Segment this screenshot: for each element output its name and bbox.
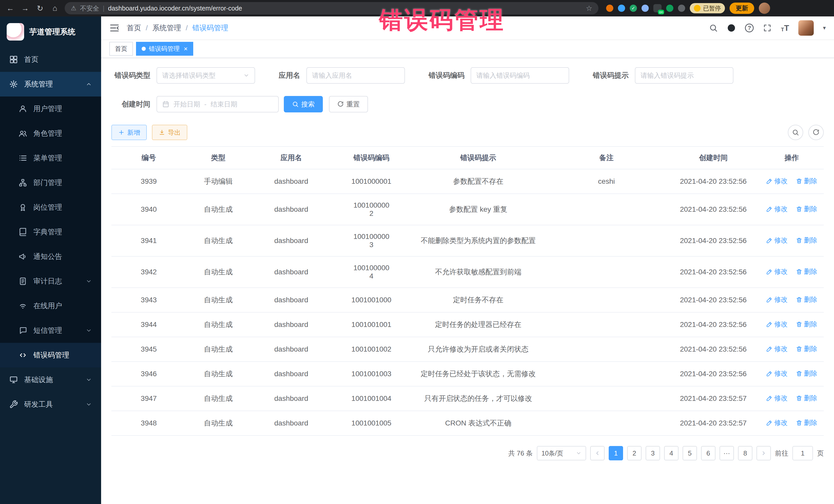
search-icon: [792, 129, 799, 136]
user-avatar[interactable]: [798, 20, 814, 36]
bookmark-star-icon[interactable]: ☆: [586, 4, 592, 13]
more-pages-button[interactable]: ···: [720, 446, 734, 460]
error-hint-input[interactable]: [635, 67, 733, 84]
sidebar-item-infrastructure[interactable]: 基础设施: [0, 368, 101, 392]
sidebar-item-dev-tools[interactable]: 研发工具: [0, 392, 101, 417]
delete-link[interactable]: 删除: [796, 320, 817, 329]
sidebar-item-error-code-mgmt[interactable]: 错误码管理: [0, 343, 101, 368]
sidebar-item-sms-mgmt[interactable]: 短信管理: [0, 318, 101, 343]
sidebar-item-dept-mgmt[interactable]: 部门管理: [0, 170, 101, 195]
breadcrumb-home[interactable]: 首页: [127, 23, 141, 33]
page-content: 错误码类型 请选择错误码类型 应用名 错误码编码 错误码提示: [101, 58, 834, 504]
extension-icon[interactable]: [641, 5, 649, 12]
sidebar-item-user-mgmt[interactable]: 用户管理: [0, 96, 101, 121]
font-size-icon[interactable]: TT: [781, 24, 789, 32]
page-button[interactable]: 1: [609, 446, 623, 460]
puzzle-extension-icon[interactable]: [678, 5, 685, 12]
close-tab-icon[interactable]: ×: [184, 45, 188, 53]
edit-link[interactable]: 修改: [766, 418, 788, 427]
extension-icon[interactable]: on: [653, 4, 662, 12]
delete-link[interactable]: 删除: [796, 394, 817, 403]
address-bar[interactable]: ⚠ 不安全 | dashboard.yudao.iocoder.cn/syste…: [65, 2, 598, 14]
browser-home-icon[interactable]: ⌂: [50, 4, 60, 13]
extension-icon[interactable]: [618, 5, 625, 12]
delete-link[interactable]: 删除: [796, 418, 817, 427]
browser-profile-avatar[interactable]: [759, 3, 770, 14]
app-logo[interactable]: 芋道管理系统: [0, 17, 101, 47]
sidebar-item-dict-mgmt[interactable]: 字典管理: [0, 220, 101, 244]
table-row: 3948 自动生成 dashboard 1001001005 CRON 表达式不…: [111, 411, 824, 436]
error-type-select[interactable]: 请选择错误码类型: [156, 67, 255, 84]
edit-link[interactable]: 修改: [766, 394, 788, 403]
caret-down-icon[interactable]: ▾: [823, 25, 826, 31]
breadcrumb-system[interactable]: 系统管理: [152, 23, 181, 33]
tab-error-code[interactable]: 错误码管理 ×: [136, 42, 193, 56]
fullscreen-icon[interactable]: [763, 24, 772, 32]
sidebar-item-label: 通知公告: [34, 252, 62, 262]
search-icon[interactable]: [709, 24, 718, 32]
sidebar-item-online-users[interactable]: 在线用户: [0, 293, 101, 318]
edit-link[interactable]: 修改: [766, 320, 788, 329]
toggle-search-button[interactable]: [788, 125, 803, 140]
help-icon[interactable]: ?: [745, 24, 754, 32]
refresh-table-button[interactable]: [808, 125, 824, 140]
github-icon[interactable]: [727, 24, 736, 32]
sidebar-item-post-mgmt[interactable]: 岗位管理: [0, 195, 101, 220]
edit-link[interactable]: 修改: [766, 204, 788, 214]
sidebar-item-menu-mgmt[interactable]: 菜单管理: [0, 146, 101, 170]
delete-link[interactable]: 删除: [796, 236, 817, 245]
page-button[interactable]: 2: [627, 446, 641, 460]
paused-badge[interactable]: 已暂停: [690, 3, 725, 13]
edit-link[interactable]: 修改: [766, 267, 788, 276]
delete-link[interactable]: 删除: [796, 295, 817, 304]
extension-icon[interactable]: [666, 5, 673, 12]
sidebar-item-notice-mgmt[interactable]: 通知公告: [0, 244, 101, 269]
breadcrumb-current: 错误码管理: [193, 23, 228, 33]
edit-link[interactable]: 修改: [766, 295, 788, 304]
extension-icon[interactable]: [606, 5, 613, 12]
delete-link[interactable]: 删除: [796, 267, 817, 276]
tab-home[interactable]: 首页: [109, 42, 133, 56]
app-name-input[interactable]: [306, 67, 405, 84]
delete-link[interactable]: 删除: [796, 344, 817, 353]
extension-icon[interactable]: ✓: [630, 5, 637, 12]
delete-link[interactable]: 删除: [796, 177, 817, 185]
browser-update-button[interactable]: 更新: [729, 3, 754, 14]
filter-error-code: 错误码编码: [429, 67, 569, 84]
next-page-button[interactable]: [756, 446, 771, 460]
edit-link[interactable]: 修改: [766, 177, 788, 185]
sidebar-item-system-mgmt[interactable]: 系统管理: [0, 72, 101, 96]
browser-forward-icon[interactable]: →: [20, 4, 30, 13]
page-button[interactable]: 6: [701, 446, 716, 460]
menu-fold-icon[interactable]: [109, 23, 119, 33]
edit-link[interactable]: 修改: [766, 369, 788, 378]
prev-page-button[interactable]: [590, 446, 605, 460]
browser-back-icon[interactable]: ←: [5, 4, 15, 13]
edit-link[interactable]: 修改: [766, 344, 788, 353]
trash-icon: [796, 206, 803, 213]
sidebar-item-role-mgmt[interactable]: 角色管理: [0, 121, 101, 146]
date-range-picker[interactable]: 开始日期 - 结束日期: [156, 96, 279, 112]
edit-icon: [766, 346, 773, 352]
delete-link[interactable]: 删除: [796, 204, 817, 214]
export-button[interactable]: 导出: [152, 125, 187, 140]
page-button[interactable]: 4: [664, 446, 679, 460]
page-size-select[interactable]: 10条/页: [537, 446, 586, 460]
add-button[interactable]: 新增: [111, 125, 147, 140]
page-button[interactable]: 5: [683, 446, 697, 460]
reset-button[interactable]: 重置: [329, 96, 368, 112]
badge-icon: [19, 203, 27, 212]
table-row: 3943 自动生成 dashboard 1001001000 定时任务不存在 2…: [111, 288, 824, 312]
trash-icon: [796, 395, 803, 401]
sidebar-item-audit-log[interactable]: 审计日志: [0, 269, 101, 293]
goto-page-input[interactable]: [792, 446, 813, 460]
error-code-input[interactable]: [470, 67, 569, 84]
page-button[interactable]: 3: [646, 446, 660, 460]
browser-reload-icon[interactable]: ↻: [35, 4, 45, 13]
sidebar-item-home[interactable]: 首页: [0, 47, 101, 72]
edit-link[interactable]: 修改: [766, 236, 788, 245]
delete-link[interactable]: 删除: [796, 369, 817, 378]
page-button[interactable]: 8: [738, 446, 752, 460]
search-button[interactable]: 搜索: [284, 96, 323, 112]
dashboard-icon: [9, 55, 18, 64]
